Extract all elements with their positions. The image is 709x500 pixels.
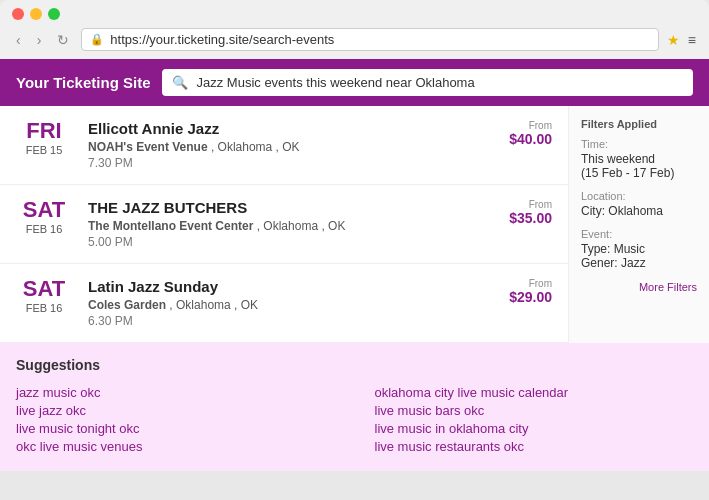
browser-toolbar: ‹ › ↻ 🔒 https://your.ticketing.site/sear… [12, 28, 697, 59]
site-header: Your Ticketing Site 🔍 Jazz Music events … [0, 59, 709, 106]
event-details: Latin Jazz Sunday Coles Garden , Oklahom… [88, 278, 466, 328]
event-time: 7.30 PM [88, 156, 466, 170]
suggestion-link[interactable]: live jazz okc [16, 403, 86, 418]
event-day: SAT [16, 199, 72, 221]
traffic-light-minimize[interactable] [30, 8, 42, 20]
event-title: THE JAZZ BUTCHERS [88, 199, 466, 216]
search-bar[interactable]: 🔍 Jazz Music events this weekend near Ok… [162, 69, 693, 96]
event-venue: Coles Garden , Oklahoma , OK [88, 298, 466, 312]
filters-title: Filters Applied [581, 118, 697, 130]
event-month: FEB 15 [16, 144, 72, 156]
filter-location-section: Location: City: Oklahoma [581, 190, 697, 218]
suggestion-link[interactable]: okc live music venues [16, 439, 142, 454]
lock-icon: 🔒 [90, 33, 104, 46]
filter-time-label: Time: [581, 138, 697, 150]
traffic-light-maximize[interactable] [48, 8, 60, 20]
price-amount: $40.00 [482, 131, 552, 147]
event-month: FEB 16 [16, 223, 72, 235]
suggestion-link[interactable]: live music bars okc [375, 403, 485, 418]
main-layout: FRI FEB 15 Ellicott Annie Jazz NOAH's Ev… [0, 106, 709, 343]
event-price: From $40.00 [482, 120, 552, 147]
suggestion-link[interactable]: live music restaurants okc [375, 439, 525, 454]
filter-time-value: This weekend(15 Feb - 17 Feb) [581, 152, 697, 180]
price-amount: $29.00 [482, 289, 552, 305]
event-day: FRI [16, 120, 72, 142]
price-from-label: From [482, 278, 552, 289]
back-button[interactable]: ‹ [12, 30, 25, 50]
event-venue: NOAH's Event Venue , Oklahoma , OK [88, 140, 466, 154]
event-price: From $35.00 [482, 199, 552, 226]
price-amount: $35.00 [482, 210, 552, 226]
event-date: SAT FEB 16 [16, 278, 72, 314]
event-item[interactable]: FRI FEB 15 Ellicott Annie Jazz NOAH's Ev… [0, 106, 568, 185]
more-filters-link[interactable]: More Filters [639, 281, 697, 293]
menu-icon[interactable]: ≡ [688, 32, 697, 48]
event-time: 5.00 PM [88, 235, 466, 249]
price-from-label: From [482, 120, 552, 131]
event-item[interactable]: SAT FEB 16 THE JAZZ BUTCHERS The Montell… [0, 185, 568, 264]
page-content: Your Ticketing Site 🔍 Jazz Music events … [0, 59, 709, 471]
event-title: Latin Jazz Sunday [88, 278, 466, 295]
suggestions-col2: oklahoma city live music calendar live m… [375, 383, 694, 455]
browser-chrome: ‹ › ↻ 🔒 https://your.ticketing.site/sear… [0, 0, 709, 59]
event-price: From $29.00 [482, 278, 552, 305]
event-date: FRI FEB 15 [16, 120, 72, 156]
suggestions-title: Suggestions [16, 357, 693, 373]
filter-time-section: Time: This weekend(15 Feb - 17 Feb) [581, 138, 697, 180]
browser-titlebar [12, 8, 697, 20]
suggestions-section: Suggestions jazz music okc live jazz okc… [0, 343, 709, 471]
event-venue: The Montellano Event Center , Oklahoma ,… [88, 219, 466, 233]
filter-location-value: City: Oklahoma [581, 204, 697, 218]
more-filters[interactable]: More Filters [581, 280, 697, 294]
url-text: https://your.ticketing.site/search-event… [110, 32, 649, 47]
search-query-text: Jazz Music events this weekend near Okla… [196, 75, 474, 90]
filter-event-label: Event: [581, 228, 697, 240]
event-item[interactable]: SAT FEB 16 Latin Jazz Sunday Coles Garde… [0, 264, 568, 343]
suggestions-grid: jazz music okc live jazz okc live music … [16, 383, 693, 455]
event-time: 6.30 PM [88, 314, 466, 328]
filter-event-type: Type: Music [581, 242, 697, 256]
events-list: FRI FEB 15 Ellicott Annie Jazz NOAH's Ev… [0, 106, 569, 343]
filters-panel: Filters Applied Time: This weekend(15 Fe… [569, 106, 709, 343]
price-from-label: From [482, 199, 552, 210]
event-day: SAT [16, 278, 72, 300]
filter-event-genre: Gener: Jazz [581, 256, 697, 270]
bookmark-icon[interactable]: ★ [667, 32, 680, 48]
suggestion-link[interactable]: oklahoma city live music calendar [375, 385, 569, 400]
event-date: SAT FEB 16 [16, 199, 72, 235]
event-details: THE JAZZ BUTCHERS The Montellano Event C… [88, 199, 466, 249]
event-title: Ellicott Annie Jazz [88, 120, 466, 137]
traffic-light-close[interactable] [12, 8, 24, 20]
address-bar[interactable]: 🔒 https://your.ticketing.site/search-eve… [81, 28, 658, 51]
site-logo: Your Ticketing Site [16, 74, 150, 91]
search-icon: 🔍 [172, 75, 188, 90]
suggestions-col1: jazz music okc live jazz okc live music … [16, 383, 335, 455]
suggestion-link[interactable]: live music tonight okc [16, 421, 140, 436]
refresh-button[interactable]: ↻ [53, 30, 73, 50]
event-details: Ellicott Annie Jazz NOAH's Event Venue ,… [88, 120, 466, 170]
filter-location-label: Location: [581, 190, 697, 202]
event-month: FEB 16 [16, 302, 72, 314]
suggestion-link[interactable]: jazz music okc [16, 385, 101, 400]
filter-event-section: Event: Type: Music Gener: Jazz [581, 228, 697, 270]
suggestion-link[interactable]: live music in oklahoma city [375, 421, 529, 436]
forward-button[interactable]: › [33, 30, 46, 50]
